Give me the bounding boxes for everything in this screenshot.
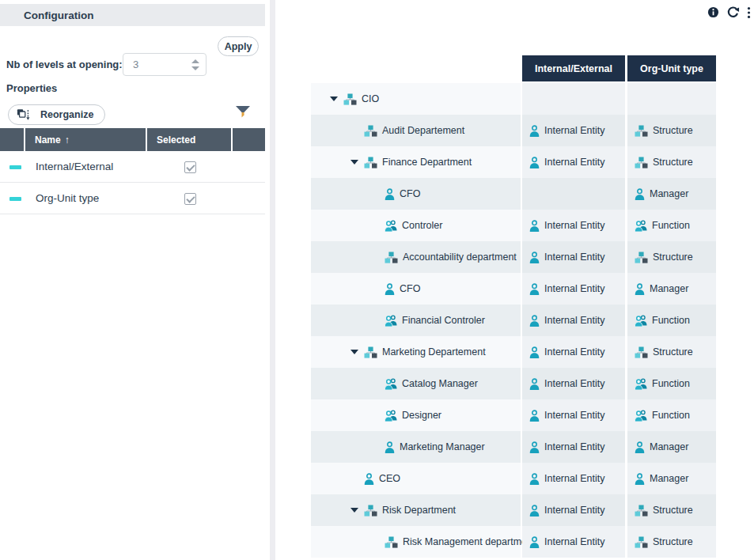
tree-row[interactable]: Catalog ManagerInternal EntityFunction: [311, 368, 716, 399]
properties-table-header: Name ↑ Selected: [0, 128, 265, 151]
prop-header-gutter: [0, 128, 24, 151]
internal-external-value: Internal Entity: [544, 473, 604, 484]
node-label: CEO: [379, 473, 400, 484]
node-label: CIO: [362, 93, 379, 104]
person-icon: [385, 441, 395, 453]
app-root: Configuration Apply Nb of levels at open…: [0, 0, 754, 560]
spinner-down-icon[interactable]: [191, 66, 199, 70]
collapse-arrow-icon[interactable]: [350, 350, 358, 355]
tree-row[interactable]: Audit DepartementInternal EntityStructur…: [311, 115, 716, 146]
org-unit-type-cell: Manager: [627, 178, 716, 210]
tree-node-cell: CIO: [311, 83, 521, 115]
org-unit-icon: [635, 346, 648, 358]
tree-row[interactable]: DesignerInternal EntityFunction: [311, 399, 716, 431]
org-unit-type-value: Manager: [650, 283, 688, 294]
node-label: CFO: [400, 188, 420, 199]
internal-external-value: Internal Entity: [544, 410, 604, 421]
people-icon: [385, 378, 397, 390]
tree-row[interactable]: Risk DepartmentInternal EntityStructure: [311, 494, 716, 526]
prop-header-selected[interactable]: Selected: [147, 128, 231, 151]
spinner-up-icon[interactable]: [191, 59, 199, 63]
selected-checkbox[interactable]: [184, 193, 196, 205]
org-unit-type-cell: Manager: [627, 273, 716, 305]
apply-button[interactable]: Apply: [218, 36, 259, 56]
tree-row[interactable]: Finance DepartmentInternal EntityStructu…: [311, 146, 716, 178]
person-icon: [529, 252, 540, 263]
internal-external-value: Internal Entity: [544, 346, 604, 358]
person-icon: [529, 378, 540, 390]
internal-external-cell: Internal Entity: [522, 399, 625, 431]
sort-ascending-icon: ↑: [65, 134, 70, 146]
tree-row[interactable]: Marketing ManagerInternal EntityManager: [311, 431, 716, 463]
property-row[interactable]: Org-Unit type: [0, 183, 265, 214]
org-unit-type-value: Function: [652, 378, 690, 389]
more-options-icon[interactable]: [747, 6, 751, 19]
tree-row[interactable]: Accountability departmentInternal Entity…: [311, 241, 716, 273]
selected-checkbox[interactable]: [184, 161, 196, 173]
org-unit-type-cell: Manager: [627, 431, 716, 463]
tree-row[interactable]: ControlerInternal EntityFunction: [311, 210, 716, 241]
levels-label: Nb of levels at opening:*: [6, 59, 127, 70]
org-unit-icon: [364, 346, 377, 358]
levels-spinner: [191, 59, 199, 70]
reorganize-button[interactable]: Reorganize: [8, 104, 105, 125]
internal-external-value: Internal Entity: [544, 252, 604, 263]
internal-external-cell: Internal Entity: [522, 431, 625, 463]
drag-handle-icon[interactable]: [9, 165, 21, 169]
collapse-arrow-icon[interactable]: [350, 160, 358, 165]
prop-header-name[interactable]: Name ↑: [25, 128, 146, 151]
internal-external-cell: Internal Entity: [522, 494, 625, 526]
org-unit-icon: [385, 252, 398, 263]
info-icon[interactable]: [707, 6, 719, 18]
node-label: Marketing Manager: [400, 441, 485, 452]
tree-row[interactable]: Financial ControlerInternal EntityFuncti…: [311, 305, 716, 336]
internal-external-cell: Internal Entity: [522, 210, 625, 241]
internal-external-cell: Internal Entity: [522, 146, 625, 178]
collapse-arrow-icon[interactable]: [350, 508, 358, 513]
tree-node-cell: Risk Management department: [311, 526, 521, 558]
person-icon: [529, 536, 540, 548]
internal-external-cell: Internal Entity: [522, 241, 625, 273]
tree-node-cell: Financial Controler: [311, 305, 521, 336]
tree-node-cell: CEO: [311, 463, 521, 494]
org-unit-type-cell: Structure: [627, 146, 716, 178]
internal-external-value: Internal Entity: [544, 536, 604, 547]
configuration-panel: Configuration Apply Nb of levels at open…: [0, 0, 265, 560]
levels-input[interactable]: [123, 59, 179, 70]
people-icon: [385, 220, 397, 232]
org-unit-type-value: Structure: [653, 346, 693, 358]
column-header-internal-external[interactable]: Internal/External: [522, 55, 625, 81]
toolbar: [707, 6, 751, 19]
tree-row[interactable]: CFOInternal EntityManager: [311, 273, 716, 305]
tree-node-cell: Designer: [311, 399, 521, 431]
person-icon: [635, 473, 645, 485]
panel-divider: [270, 0, 275, 560]
org-unit-icon: [364, 157, 377, 168]
properties-title: Properties: [6, 82, 57, 94]
person-icon: [635, 441, 645, 453]
person-icon: [385, 283, 395, 295]
tree-row[interactable]: Risk Management departmentInternal Entit…: [311, 526, 716, 558]
filter-icon[interactable]: [235, 105, 251, 119]
tree-row[interactable]: CIO: [311, 83, 716, 115]
tree-row[interactable]: Marketing DepartementInternal EntityStru…: [311, 336, 716, 368]
internal-external-value: Internal Entity: [544, 157, 604, 168]
tree-row[interactable]: CEOInternal EntityManager: [311, 463, 716, 494]
refresh-icon[interactable]: [726, 6, 740, 19]
people-icon: [635, 378, 647, 390]
node-label: Finance Department: [382, 157, 472, 168]
tree-row[interactable]: CFOManager: [311, 178, 716, 210]
property-row[interactable]: Internal/External: [0, 151, 265, 183]
drag-handle-icon[interactable]: [9, 197, 21, 201]
collapse-arrow-icon[interactable]: [330, 96, 338, 102]
tree-node-cell: Accountability department: [311, 241, 521, 273]
node-label: Catalog Manager: [402, 378, 478, 389]
node-label: Audit Departement: [382, 125, 464, 136]
tree-node-cell: Marketing Departement: [311, 336, 521, 368]
org-unit-type-value: Manager: [650, 188, 688, 199]
person-icon: [529, 283, 540, 295]
people-icon: [385, 410, 397, 422]
column-header-org-unit-type[interactable]: Org-Unit type: [627, 55, 716, 81]
org-unit-type-value: Structure: [653, 157, 693, 168]
levels-label-text: Nb of levels at opening:: [6, 59, 123, 70]
